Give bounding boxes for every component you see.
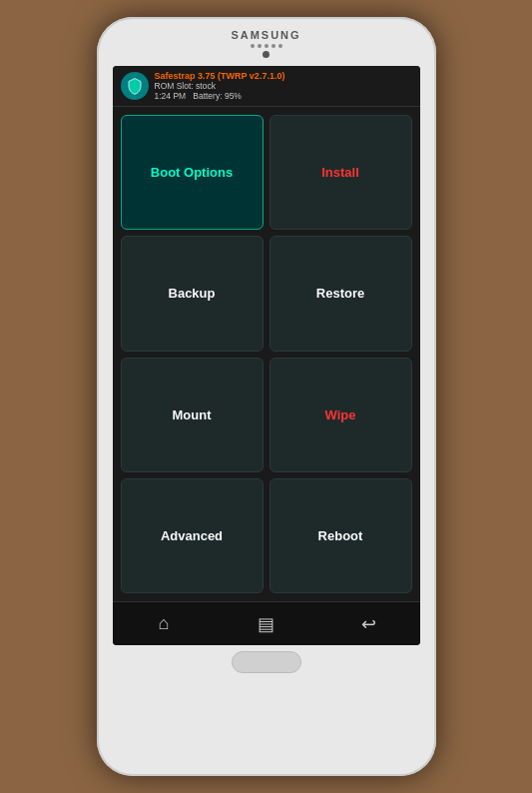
reboot-button[interactable]: Reboot [269,478,412,593]
home-nav-icon[interactable]: ⌂ [149,609,179,639]
wipe-button[interactable]: Wipe [269,358,412,472]
brand-label: SAMSUNG [231,29,300,41]
menu-nav-icon[interactable]: ▤ [251,609,280,639]
main-grid: Boot Options Install Backup Restore Moun… [113,107,420,601]
home-button[interactable] [232,651,301,673]
boot-options-button[interactable]: Boot Options [121,115,264,230]
shield-icon [121,72,149,100]
backup-button[interactable]: Backup [121,236,264,351]
status-bar: Safestrap 3.75 (TWRP v2.7.1.0) ROM Slot:… [113,66,420,107]
rom-slot: ROM Slot: stock [155,81,285,91]
phone-top: SAMSUNG [105,29,428,62]
status-text: Safestrap 3.75 (TWRP v2.7.1.0) ROM Slot:… [155,71,285,101]
app-title: Safestrap 3.75 (TWRP v2.7.1.0) [155,71,285,81]
back-nav-icon[interactable]: ↩ [353,609,383,639]
advanced-button[interactable]: Advanced [121,478,264,593]
restore-button[interactable]: Restore [269,236,412,351]
speaker [251,44,282,48]
mount-button[interactable]: Mount [121,358,264,472]
time-battery: 1:24 PM Battery: 95% [155,91,285,101]
phone-frame: SAMSUNG Safestrap 3.75 (TWRP v2.7.1.0) R… [97,17,436,776]
screen: Safestrap 3.75 (TWRP v2.7.1.0) ROM Slot:… [113,66,420,645]
camera [263,51,269,58]
phone-bottom [232,651,301,673]
install-button[interactable]: Install [269,115,412,230]
navigation-bar: ⌂ ▤ ↩ [113,601,420,645]
